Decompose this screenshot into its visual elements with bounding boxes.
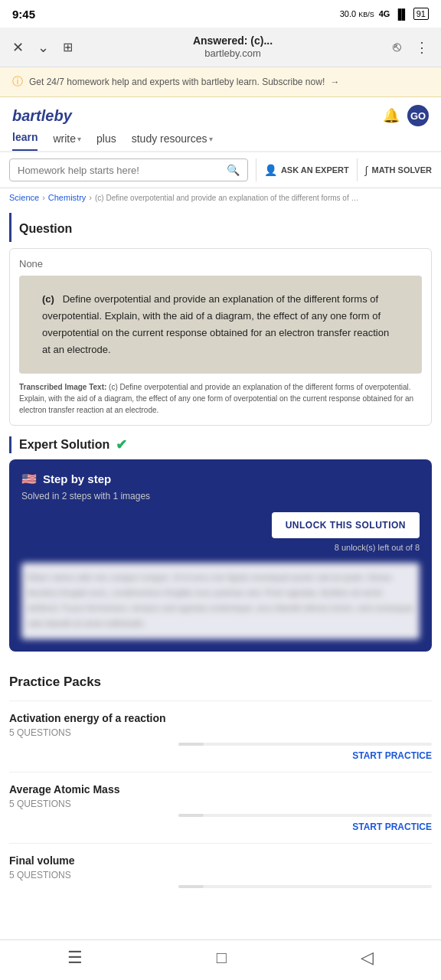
status-time: 9:45 [12,8,35,21]
progress-fill-1 [178,814,204,817]
status-icons: 30.0 KB/S 4G ▐▌ 91 [340,8,429,20]
browser-url: Answered: (c)... bartleby.com [83,34,382,60]
start-practice-1[interactable]: START PRACTICE [9,822,432,832]
flag-icon: 🇺🇸 [21,472,37,486]
progress-fill-0 [178,743,204,746]
signal-bars: ▐▌ [394,8,408,20]
progress-fill-2 [178,885,204,888]
bottom-nav: ☰ □ ◁ [0,939,441,965]
progress-bar-0 [178,743,432,746]
browser-toolbar: ✕ ⌄ ⊞ Answered: (c)... bartleby.com ⎋ ⋮ [0,28,441,67]
menu-button[interactable]: ☰ [67,948,83,965]
math-solver-button[interactable]: ∫ MATH SOLVER [365,164,432,176]
start-practice-0[interactable]: START PRACTICE [9,750,432,761]
home-button[interactable]: □ [217,948,227,965]
unlock-solution-button[interactable]: UNLOCK THIS SOLUTION [272,512,420,538]
site-header: bartleby 🔔 GO learn write ▾ plus study r… [0,97,441,152]
info-icon: ⓘ [12,75,23,89]
search-icon: 🔍 [227,164,240,176]
check-icon: ✔ [116,436,127,453]
step-header: 🇺🇸 Step by step [21,472,420,486]
back-button[interactable]: ◁ [361,948,374,965]
main-content: Question None (c) Define overpotential a… [0,213,441,652]
breadcrumb: Science › Chemistry › (c) Define overpot… [0,188,441,207]
nav-item-plus[interactable]: plus [96,132,116,151]
network-type: 4G [379,9,390,18]
banner-text: Get 24/7 homework help and experts with … [29,77,340,87]
practice-item-name-2: Final volume [9,854,432,867]
nav-item-write[interactable]: write ▾ [53,132,81,151]
breadcrumb-chemistry[interactable]: Chemistry [48,193,87,202]
header-icons: 🔔 GO [383,105,429,126]
solution-card: 🇺🇸 Step by step Solved in 2 steps with 1… [9,459,432,651]
step-subtitle: Solved in 2 steps with 1 images [21,491,420,501]
practice-item-0: Activation energy of a reaction 5 QUESTI… [9,701,432,772]
question-image: (c) Define overpotential and provide an … [19,276,422,374]
unlock-count: 8 unlock(s) left out of 8 [21,543,420,552]
progress-bar-2 [178,885,432,888]
breadcrumb-sep-2: › [89,193,92,202]
status-bar: 9:45 30.0 KB/S 4G ▐▌ 91 [0,0,441,28]
breadcrumb-science[interactable]: Science [9,193,39,202]
nav-item-study-resources[interactable]: study resources ▾ [132,132,213,151]
question-card: None (c) Define overpotential and provid… [9,248,432,426]
site-logo: bartleby [12,107,72,125]
q-label: (c) [42,293,54,305]
practice-questions-2: 5 QUESTIONS [9,870,432,880]
none-label: None [19,258,422,270]
nav-bar: learn write ▾ plus study resources ▾ [12,126,429,151]
search-input[interactable] [18,165,220,176]
more-options-button[interactable]: ⋮ [412,36,432,59]
expert-solution-header: Expert Solution ✔ [9,436,432,453]
data-speed: 30.0 KB/S [340,9,374,18]
practice-packs-title: Practice Packs [9,675,432,690]
math-icon: ∫ [365,164,368,176]
question-section-header: Question [9,213,432,242]
search-divider [256,158,256,181]
battery-indicator: 91 [413,8,429,20]
avatar[interactable]: GO [407,105,429,126]
solution-row: UNLOCK THIS SOLUTION [21,512,420,538]
tab-filter-button[interactable]: ⊞ [60,37,76,57]
practice-item-name-1: Average Atomic Mass [9,783,432,795]
breadcrumb-current: (c) Define overpotential and provide an … [95,194,363,202]
practice-item-name-0: Activation energy of a reaction [9,712,432,724]
practice-questions-1: 5 QUESTIONS [9,799,432,809]
notification-icon[interactable]: 🔔 [383,107,400,124]
chevron-down-button[interactable]: ⌄ [34,36,52,59]
search-input-wrap: 🔍 [9,158,248,181]
breadcrumb-sep-1: › [42,193,45,202]
practice-item-1: Average Atomic Mass 5 QUESTIONS START PR… [9,772,432,843]
nav-item-learn[interactable]: learn [12,131,38,151]
step-title: Step by step [43,472,111,485]
share-button[interactable]: ⎋ [390,36,404,58]
ask-expert-button[interactable]: 👤 ASK AN EXPERT [264,164,349,176]
blurred-solution-text: Etiam varius odio nec congue congue. Ut … [21,563,420,639]
question-image-text: Define overpotential and provide an expl… [42,293,389,355]
person-icon: 👤 [264,164,277,176]
search-bar: 🔍 👤 ASK AN EXPERT ∫ MATH SOLVER [0,152,441,188]
search-divider-2 [357,158,358,181]
promo-banner: ⓘ Get 24/7 homework help and experts wit… [0,67,441,97]
practice-questions-0: 5 QUESTIONS [9,727,432,738]
practice-item-2: Final volume 5 QUESTIONS [9,843,432,903]
practice-packs-section: Practice Packs Activation energy of a re… [0,662,441,903]
progress-bar-1 [178,814,432,817]
transcribed-text: Transcribed Image Text: (c) Define overp… [19,381,422,416]
close-button[interactable]: ✕ [9,36,27,59]
